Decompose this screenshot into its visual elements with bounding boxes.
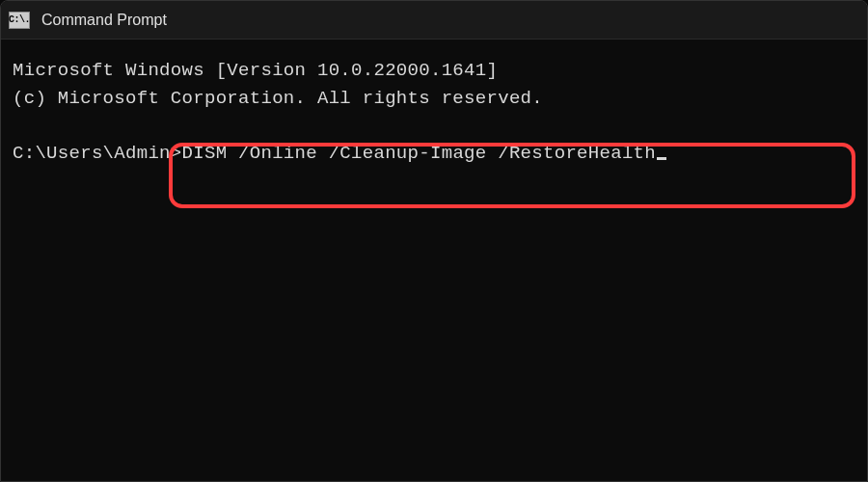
prompt-line: C:\Users\Admin>DISM /Online /Cleanup-Ima… — [13, 140, 855, 168]
cmd-icon: C:\. — [9, 12, 30, 29]
copyright-text: (c) Microsoft Corporation. All rights re… — [13, 85, 855, 113]
terminal-area[interactable]: Microsoft Windows [Version 10.0.22000.16… — [1, 40, 867, 184]
command-prompt-window: C:\. Command Prompt Microsoft Windows [V… — [0, 0, 868, 482]
typed-command[interactable]: DISM /Online /Cleanup-Image /RestoreHeal… — [182, 143, 656, 164]
cursor — [657, 157, 666, 160]
blank-line — [13, 112, 855, 140]
version-text: Microsoft Windows [Version 10.0.22000.16… — [13, 57, 855, 85]
window-title: Command Prompt — [41, 12, 167, 29]
titlebar[interactable]: C:\. Command Prompt — [1, 1, 867, 40]
prompt-path: C:\Users\Admin> — [13, 143, 182, 164]
